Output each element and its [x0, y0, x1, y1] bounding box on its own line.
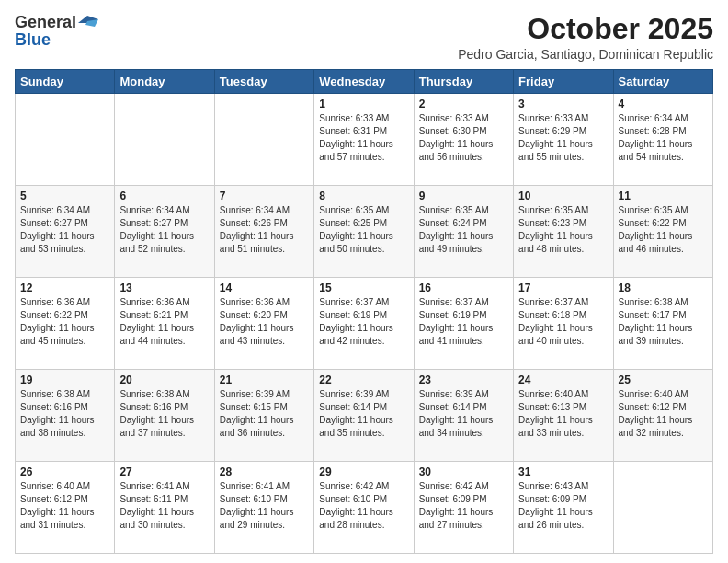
calendar-cell: 29 Sunrise: 6:42 AM Sunset: 6:10 PM Dayl… — [314, 462, 414, 554]
sunset-text: Sunset: 6:19 PM — [419, 310, 487, 320]
page: General Blue October 2025 Pedro Garcia, … — [0, 0, 728, 563]
sunset-text: Sunset: 6:17 PM — [619, 310, 687, 320]
sunrise-text: Sunrise: 6:35 AM — [518, 205, 588, 215]
calendar-cell: 25 Sunrise: 6:40 AM Sunset: 6:12 PM Dayl… — [613, 370, 712, 462]
calendar-cell: 13 Sunrise: 6:36 AM Sunset: 6:21 PM Dayl… — [115, 278, 214, 370]
header: General Blue October 2025 Pedro Garcia, … — [15, 13, 713, 62]
day-info: Sunrise: 6:35 AM Sunset: 6:24 PM Dayligh… — [419, 204, 508, 256]
sunset-text: Sunset: 6:10 PM — [319, 494, 387, 504]
day-info: Sunrise: 6:36 AM Sunset: 6:20 PM Dayligh… — [220, 296, 309, 348]
day-info: Sunrise: 6:39 AM Sunset: 6:14 PM Dayligh… — [419, 388, 508, 440]
day-number: 28 — [220, 465, 309, 478]
day-number: 11 — [619, 190, 708, 202]
logo-general-text: General — [15, 13, 76, 32]
day-info: Sunrise: 6:34 AM Sunset: 6:28 PM Dayligh… — [619, 112, 708, 164]
sunset-text: Sunset: 6:14 PM — [319, 402, 387, 412]
logo-blue-text: Blue — [15, 30, 51, 50]
day-info: Sunrise: 6:38 AM Sunset: 6:16 PM Dayligh… — [119, 388, 209, 440]
day-info: Sunrise: 6:43 AM Sunset: 6:09 PM Dayligh… — [518, 480, 608, 532]
daylight-text: Daylight: 11 hours and 31 minutes. — [20, 507, 95, 530]
sunset-text: Sunset: 6:10 PM — [220, 494, 288, 504]
daylight-text: Daylight: 11 hours and 40 minutes. — [518, 323, 593, 346]
calendar-cell: 4 Sunrise: 6:34 AM Sunset: 6:28 PM Dayli… — [613, 94, 712, 186]
daylight-text: Daylight: 11 hours and 49 minutes. — [419, 231, 494, 254]
day-info: Sunrise: 6:33 AM Sunset: 6:30 PM Dayligh… — [419, 112, 508, 164]
daylight-text: Daylight: 11 hours and 50 minutes. — [319, 231, 393, 254]
day-number: 31 — [518, 465, 608, 478]
day-info: Sunrise: 6:37 AM Sunset: 6:19 PM Dayligh… — [419, 296, 508, 348]
calendar-cell: 6 Sunrise: 6:34 AM Sunset: 6:27 PM Dayli… — [115, 186, 214, 278]
daylight-text: Daylight: 11 hours and 33 minutes. — [518, 415, 593, 438]
weekday-header-row: SundayMondayTuesdayWednesdayThursdayFrid… — [16, 70, 713, 94]
day-number: 16 — [419, 282, 508, 294]
day-number: 5 — [20, 190, 109, 202]
weekday-header-saturday: Saturday — [613, 70, 712, 94]
calendar-cell — [613, 462, 712, 554]
sunrise-text: Sunrise: 6:38 AM — [619, 297, 688, 307]
calendar-cell: 7 Sunrise: 6:34 AM Sunset: 6:26 PM Dayli… — [214, 186, 313, 278]
sunrise-text: Sunrise: 6:34 AM — [20, 205, 90, 215]
sunrise-text: Sunrise: 6:33 AM — [319, 113, 389, 123]
daylight-text: Daylight: 11 hours and 38 minutes. — [20, 415, 95, 438]
sunset-text: Sunset: 6:18 PM — [518, 310, 586, 320]
calendar-cell: 14 Sunrise: 6:36 AM Sunset: 6:20 PM Dayl… — [214, 278, 313, 370]
day-number: 18 — [619, 282, 708, 294]
day-number: 1 — [319, 98, 408, 110]
day-info: Sunrise: 6:40 AM Sunset: 6:12 PM Dayligh… — [20, 480, 109, 532]
title-block: October 2025 Pedro Garcia, Santiago, Dom… — [458, 13, 713, 62]
day-info: Sunrise: 6:35 AM Sunset: 6:23 PM Dayligh… — [518, 204, 608, 256]
day-number: 24 — [518, 373, 608, 386]
day-info: Sunrise: 6:40 AM Sunset: 6:12 PM Dayligh… — [619, 388, 708, 440]
sunrise-text: Sunrise: 6:36 AM — [20, 297, 90, 307]
calendar-cell: 5 Sunrise: 6:34 AM Sunset: 6:27 PM Dayli… — [16, 186, 115, 278]
calendar-cell: 31 Sunrise: 6:43 AM Sunset: 6:09 PM Dayl… — [514, 462, 613, 554]
calendar-cell: 9 Sunrise: 6:35 AM Sunset: 6:24 PM Dayli… — [414, 186, 513, 278]
daylight-text: Daylight: 11 hours and 39 minutes. — [619, 323, 693, 346]
sunrise-text: Sunrise: 6:34 AM — [619, 113, 688, 123]
day-number: 20 — [119, 373, 209, 386]
sunset-text: Sunset: 6:31 PM — [319, 126, 387, 136]
daylight-text: Daylight: 11 hours and 32 minutes. — [619, 415, 693, 438]
day-number: 3 — [518, 98, 608, 110]
calendar-cell: 28 Sunrise: 6:41 AM Sunset: 6:10 PM Dayl… — [214, 462, 313, 554]
calendar-week-row: 19 Sunrise: 6:38 AM Sunset: 6:16 PM Dayl… — [16, 370, 713, 462]
sunrise-text: Sunrise: 6:36 AM — [220, 297, 290, 307]
daylight-text: Daylight: 11 hours and 43 minutes. — [220, 323, 294, 346]
sunrise-text: Sunrise: 6:39 AM — [319, 389, 389, 399]
calendar-cell: 26 Sunrise: 6:40 AM Sunset: 6:12 PM Dayl… — [16, 462, 115, 554]
day-info: Sunrise: 6:33 AM Sunset: 6:29 PM Dayligh… — [518, 112, 608, 164]
day-info: Sunrise: 6:42 AM Sunset: 6:10 PM Dayligh… — [319, 480, 408, 532]
sunrise-text: Sunrise: 6:34 AM — [220, 205, 290, 215]
daylight-text: Daylight: 11 hours and 55 minutes. — [518, 139, 593, 162]
sunrise-text: Sunrise: 6:36 AM — [119, 297, 189, 307]
calendar-table: SundayMondayTuesdayWednesdayThursdayFrid… — [15, 69, 713, 554]
sunset-text: Sunset: 6:25 PM — [319, 218, 387, 228]
sunset-text: Sunset: 6:24 PM — [419, 218, 487, 228]
sunrise-text: Sunrise: 6:35 AM — [619, 205, 688, 215]
weekday-header-tuesday: Tuesday — [214, 70, 313, 94]
day-info: Sunrise: 6:39 AM Sunset: 6:14 PM Dayligh… — [319, 388, 408, 440]
day-info: Sunrise: 6:40 AM Sunset: 6:13 PM Dayligh… — [518, 388, 608, 440]
calendar-cell: 30 Sunrise: 6:42 AM Sunset: 6:09 PM Dayl… — [414, 462, 513, 554]
daylight-text: Daylight: 11 hours and 28 minutes. — [319, 507, 393, 530]
calendar-week-row: 5 Sunrise: 6:34 AM Sunset: 6:27 PM Dayli… — [16, 186, 713, 278]
weekday-header-monday: Monday — [115, 70, 214, 94]
sunrise-text: Sunrise: 6:39 AM — [220, 389, 290, 399]
calendar-cell: 19 Sunrise: 6:38 AM Sunset: 6:16 PM Dayl… — [16, 370, 115, 462]
day-info: Sunrise: 6:42 AM Sunset: 6:09 PM Dayligh… — [419, 480, 508, 532]
daylight-text: Daylight: 11 hours and 53 minutes. — [20, 231, 95, 254]
day-info: Sunrise: 6:36 AM Sunset: 6:22 PM Dayligh… — [20, 296, 109, 348]
calendar-cell: 12 Sunrise: 6:36 AM Sunset: 6:22 PM Dayl… — [16, 278, 115, 370]
calendar-week-row: 1 Sunrise: 6:33 AM Sunset: 6:31 PM Dayli… — [16, 94, 713, 186]
day-number: 25 — [619, 373, 708, 386]
day-number: 21 — [220, 373, 309, 386]
sunrise-text: Sunrise: 6:40 AM — [518, 389, 588, 399]
day-info: Sunrise: 6:38 AM Sunset: 6:17 PM Dayligh… — [619, 296, 708, 348]
day-number: 29 — [319, 465, 408, 478]
day-number: 6 — [119, 190, 209, 202]
calendar-cell: 27 Sunrise: 6:41 AM Sunset: 6:11 PM Dayl… — [115, 462, 214, 554]
day-number: 26 — [20, 465, 109, 478]
sunrise-text: Sunrise: 6:42 AM — [419, 481, 489, 491]
sunrise-text: Sunrise: 6:38 AM — [119, 389, 189, 399]
day-info: Sunrise: 6:39 AM Sunset: 6:15 PM Dayligh… — [220, 388, 309, 440]
